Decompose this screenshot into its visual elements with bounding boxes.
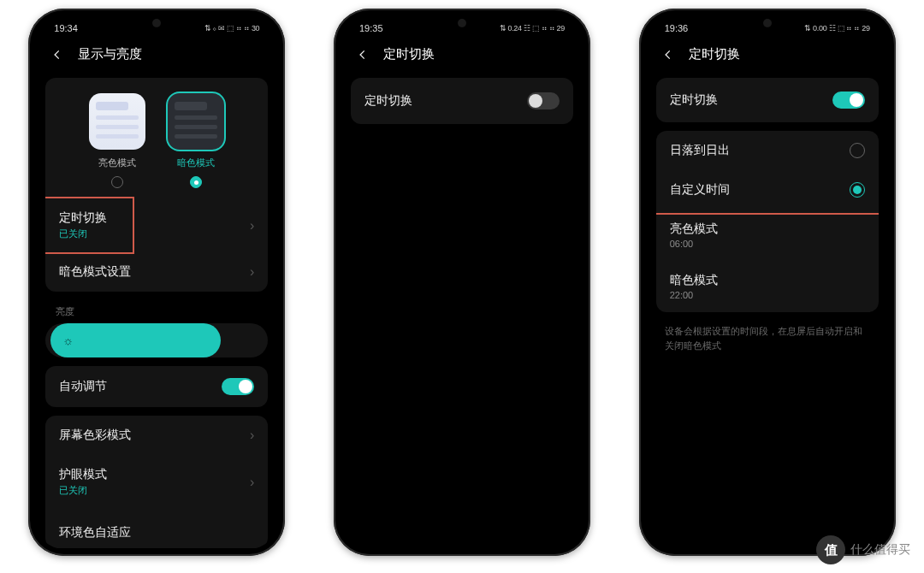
screen: 19:36 ⇅ 0.00 ☷ ⬚ ⠶ ⠶ 29 定时切换 定时切换 日落到日出 <box>646 15 889 549</box>
custom-time-label: 自定义时间 <box>670 182 730 198</box>
ambient-color-label: 环境色自适应 <box>59 525 131 541</box>
theme-dark-tile[interactable]: 暗色模式 <box>168 93 224 188</box>
phone-scheduled-off: 19:35 ⇅ 0.24 ☷ ⬚ ⠶ ⠶ 29 定时切换 定时切换 <box>334 9 590 556</box>
chevron-right-icon: › <box>250 475 254 490</box>
row-sunset-sunrise[interactable]: 日落到日出 <box>656 131 879 170</box>
scheduled-toggle[interactable] <box>527 92 560 109</box>
screen: 19:34 ⇅ ⬦ ✉ ⬚ ⠶ ⠶ 30 显示与亮度 亮色模式 <box>35 15 278 549</box>
row-dark-mode-settings[interactable]: 暗色模式设置 › <box>45 252 268 292</box>
schedule-note: 设备会根据设置的时间段，在息屏后自动开启和关闭暗色模式 <box>646 321 889 356</box>
scheduled-toggle-label: 定时切换 <box>364 93 412 109</box>
screen: 19:35 ⇅ 0.24 ☷ ⬚ ⠶ ⠶ 29 定时切换 定时切换 <box>341 15 583 549</box>
dark-mode-time-value: 22:00 <box>670 290 718 300</box>
titlebar: 定时切换 <box>341 36 583 69</box>
watermark-text: 什么值得买 <box>850 542 910 558</box>
theme-dark-thumb <box>168 93 224 150</box>
brightness-section-label: 亮度 <box>35 300 278 318</box>
scheduled-toggle-group: 定时切换 <box>656 78 879 122</box>
row-color-mode[interactable]: 屏幕色彩模式 › <box>45 416 268 455</box>
theme-light-radio[interactable] <box>111 176 123 188</box>
theme-light-tile[interactable]: 亮色模式 <box>89 93 145 188</box>
row-auto-adjust[interactable]: 自动调节 <box>45 366 268 407</box>
row-ambient-color[interactable]: 环境色自适应 <box>45 509 268 548</box>
chevron-right-icon: › <box>250 264 254 280</box>
brightness-slider-fill: ☼ <box>50 323 220 357</box>
row-custom-time[interactable]: 自定义时间 <box>656 170 879 210</box>
eye-mode-sub: 已关闭 <box>59 484 107 497</box>
row-light-mode-time[interactable]: 亮色模式 06:00 <box>656 210 879 261</box>
titlebar: 显示与亮度 <box>35 36 278 69</box>
scheduled-toggle-group: 定时切换 <box>351 78 573 124</box>
row-dark-mode-time[interactable]: 暗色模式 22:00 <box>656 261 879 312</box>
sunset-sunrise-radio[interactable] <box>850 143 865 158</box>
brightness-slider[interactable]: ☼ <box>45 323 268 357</box>
theme-group: 亮色模式 暗色模式 定时切换 已关闭 <box>45 78 268 292</box>
scheduled-switch-sub: 已关闭 <box>59 227 107 240</box>
eye-mode-label: 护眼模式 <box>59 467 107 482</box>
row-eye-mode[interactable]: 护眼模式 已关闭 › <box>45 455 268 509</box>
back-icon[interactable] <box>356 48 370 62</box>
page-title: 定时切换 <box>689 46 740 62</box>
page-title: 定时切换 <box>383 46 435 62</box>
status-indicators: ⇅ 0.00 ☷ ⬚ ⠶ ⠶ 29 <box>804 24 869 32</box>
scheduled-switch-label: 定时切换 <box>59 210 107 226</box>
back-icon[interactable] <box>50 48 64 62</box>
chevron-right-icon: › <box>250 428 254 443</box>
status-time: 19:36 <box>665 23 689 33</box>
camera-notch <box>763 19 772 27</box>
brightness-sun-icon: ☼ <box>62 334 74 347</box>
watermark-badge: 值 <box>816 535 845 564</box>
scheduled-toggle-label: 定时切换 <box>670 92 718 108</box>
titlebar: 定时切换 <box>646 36 889 69</box>
watermark: 值 什么值得买 <box>816 535 910 564</box>
camera-notch <box>458 19 466 27</box>
auto-brightness-group: 自动调节 <box>45 366 268 407</box>
auto-adjust-toggle[interactable] <box>222 378 254 395</box>
scheduled-toggle[interactable] <box>832 92 865 109</box>
status-indicators: ⇅ ⬦ ✉ ⬚ ⠶ ⠶ 30 <box>204 24 260 32</box>
back-icon[interactable] <box>661 48 675 62</box>
light-mode-time-value: 06:00 <box>670 239 718 249</box>
chevron-right-icon: › <box>250 218 254 233</box>
row-scheduled-toggle[interactable]: 定时切换 <box>656 78 879 122</box>
status-time: 19:35 <box>359 23 383 33</box>
color-eye-group: 屏幕色彩模式 › 护眼模式 已关闭 › 环境色自适应 <box>45 416 268 548</box>
row-scheduled-toggle[interactable]: 定时切换 <box>351 78 573 124</box>
status-time: 19:34 <box>54 23 78 33</box>
dark-mode-settings-label: 暗色模式设置 <box>59 264 131 280</box>
theme-picker: 亮色模式 暗色模式 <box>45 78 268 198</box>
theme-light-thumb <box>89 93 145 150</box>
row-scheduled-switch[interactable]: 定时切换 已关闭 › <box>45 198 268 252</box>
theme-dark-radio[interactable] <box>190 176 202 188</box>
theme-light-label: 亮色模式 <box>98 157 136 169</box>
camera-notch <box>152 19 161 27</box>
dark-mode-time-label: 暗色模式 <box>670 273 718 288</box>
phones-row: 19:34 ⇅ ⬦ ✉ ⬚ ⠶ ⠶ 30 显示与亮度 亮色模式 <box>0 0 924 564</box>
theme-dark-label: 暗色模式 <box>177 157 215 169</box>
sunset-sunrise-label: 日落到日出 <box>670 143 730 158</box>
light-mode-time-label: 亮色模式 <box>670 222 718 237</box>
custom-time-radio[interactable] <box>850 182 865 198</box>
auto-adjust-label: 自动调节 <box>59 379 107 394</box>
page-title: 显示与亮度 <box>78 46 142 62</box>
color-mode-label: 屏幕色彩模式 <box>59 428 131 443</box>
phone-display-settings: 19:34 ⇅ ⬦ ✉ ⬚ ⠶ ⠶ 30 显示与亮度 亮色模式 <box>28 9 285 556</box>
status-indicators: ⇅ 0.24 ☷ ⬚ ⠶ ⠶ 29 <box>500 24 565 32</box>
schedule-options-group: 日落到日出 自定义时间 亮色模式 06:00 暗色模式 22:00 <box>656 131 879 312</box>
phone-scheduled-on: 19:36 ⇅ 0.00 ☷ ⬚ ⠶ ⠶ 29 定时切换 定时切换 日落到日出 <box>639 9 896 556</box>
